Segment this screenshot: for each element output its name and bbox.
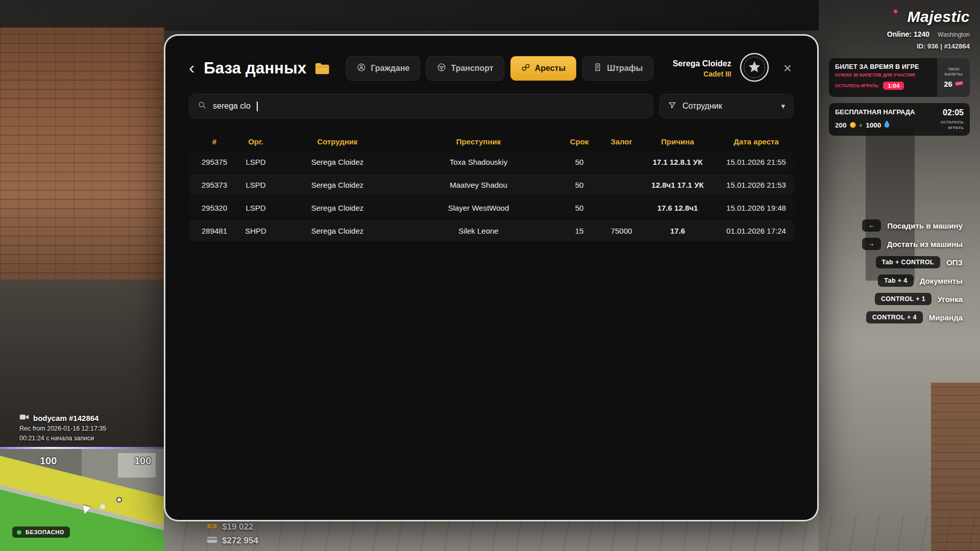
receipt-icon: [593, 63, 602, 74]
minimap-top-divider: [0, 447, 164, 449]
steering-wheel-icon: [437, 63, 446, 74]
ticket-card-subtitle: НУЖНО 30 БИЛЕТОВ ДЛЯ УЧАСТИЯ: [835, 72, 931, 78]
tab-label: Граждане: [371, 64, 409, 73]
back-button[interactable]: ‹: [189, 59, 200, 78]
keybind-row: Tab + 4 Документы: [878, 274, 963, 287]
ticket-timer-value: 1:04: [883, 82, 904, 90]
modal-header: ‹ База данных Граждане Транспорт Аресты: [189, 55, 794, 82]
keybind-row: → Достать из машины: [862, 238, 963, 250]
ticket-card-title: БИЛЕТ ЗА ВРЕМЯ В ИГРЕ: [835, 63, 931, 70]
tab-fines[interactable]: Штрафы: [582, 56, 653, 81]
tab-label: Транспорт: [451, 64, 493, 73]
ticket-icon: [955, 80, 963, 88]
officer-rank: Cadet III: [673, 70, 731, 78]
search-icon: [198, 101, 207, 112]
bodycam-rec-date: Rec from 2026-01-16 12:17:35: [19, 425, 106, 432]
ticket-card-info: БИЛЕТ ЗА ВРЕМЯ В ИГРЕ НУЖНО 30 БИЛЕТОВ Д…: [829, 58, 937, 97]
reward-timer: 02:05: [943, 108, 964, 117]
ticket-timer-label: ОСТАЛОСЬ ИГРАТЬ:: [835, 83, 879, 88]
key-control-4: CONTROL + 4: [866, 311, 923, 323]
key-arrow-right: →: [862, 238, 881, 250]
bodycam-overlay: bodycam #142864 Rec from 2026-01-16 12:1…: [19, 413, 106, 442]
filter-dropdown[interactable]: Сотрудник ▾: [659, 94, 794, 118]
keybind-hints: ← Посадить в машину → Достать из машины …: [862, 219, 963, 323]
tickets-label: ТВОИ БИЛЕТЫ: [941, 67, 966, 78]
tab-arrests[interactable]: Аресты: [510, 56, 576, 81]
minimap-postal-right: 100: [134, 455, 151, 467]
bank-card-icon: [207, 536, 217, 546]
brand-accent-dot: [893, 9, 898, 14]
keybind-row: CONTROL + 1 Угонка: [875, 293, 963, 305]
ticket-count-panel: ТВОИ БИЛЕТЫ 26: [937, 58, 970, 97]
minimap-blip: [116, 497, 122, 503]
keybind-row: ← Посадить в машину: [862, 219, 963, 232]
water-drop-icon: [884, 120, 890, 130]
officer-name: Serega Cloidez: [673, 59, 731, 68]
reward-drops: 1000: [866, 121, 881, 129]
right-hud: Majestic Online: 1240 Washington ID: 936…: [829, 8, 970, 136]
arrest-row[interactable]: 289481 SHPD Serega Cloidez Silek Leone 1…: [189, 220, 794, 241]
cash-row: $19 022: [207, 522, 258, 532]
key-arrow-left: ←: [862, 219, 881, 232]
background-brick-wall: [0, 28, 164, 283]
bodycam-title: bodycam #142864: [33, 414, 99, 422]
key-tab-control: Tab + CONTROL: [876, 256, 941, 268]
arrest-row[interactable]: 295375 LSPD Serega Cloidez Toxa Shadousk…: [189, 151, 794, 172]
funnel-icon: [668, 101, 676, 111]
money-hud: $19 022 $272 954: [207, 522, 258, 549]
arrest-row[interactable]: 295320 LSPD Serega Cloidez Slayer WestWo…: [189, 197, 794, 218]
reward-title: БЕСПЛАТНАЯ НАГРАДА: [835, 108, 915, 116]
safe-zone-badge: БЕЗОПАСНО: [12, 527, 70, 538]
close-button[interactable]: ×: [781, 61, 794, 76]
bank-row: $272 954: [207, 536, 258, 546]
key-tab-4: Tab + 4: [878, 274, 913, 287]
database-window: ‹ База данных Граждане Транспорт Аресты: [164, 34, 819, 521]
reward-info: БЕСПЛАТНАЯ НАГРАДА 200 + 1000: [835, 108, 915, 131]
safe-zone-label: БЕЗОПАСНО: [26, 529, 64, 535]
game-screen: $19 022 $272 954 bodycam #142864 Rec fro…: [0, 0, 980, 551]
arrests-table: # Орг. Сотрудник Преступник Срок Залог П…: [189, 132, 794, 241]
bank-value: $272 954: [222, 536, 258, 546]
ticket-event-card[interactable]: БИЛЕТ ЗА ВРЕМЯ В ИГРЕ НУЖНО 30 БИЛЕТОВ Д…: [829, 58, 970, 97]
minimap-blip: [100, 504, 105, 509]
tab-label: Штрафы: [607, 64, 643, 73]
database-tabs: Граждане Транспорт Аресты Штрафы: [346, 56, 653, 81]
table-header-row: # Орг. Сотрудник Преступник Срок Залог П…: [189, 132, 794, 151]
cash-icon: [207, 522, 217, 532]
plus-sign: +: [859, 121, 863, 129]
citizen-icon: [357, 63, 366, 74]
chevron-down-icon: ▾: [781, 102, 785, 111]
reward-coins: 200: [835, 121, 847, 129]
tickets-count: 26: [944, 80, 952, 88]
search-input[interactable]: serega clo: [189, 94, 653, 118]
coin-icon: [850, 122, 856, 128]
police-seal-badge: [740, 53, 769, 84]
tab-citizens[interactable]: Граждане: [346, 56, 420, 81]
page-title: База данных: [204, 59, 306, 78]
arrest-row[interactable]: 295373 LSPD Serega Cloidez Maatvey Shado…: [189, 174, 794, 195]
minimap-postal-left: 100: [40, 455, 57, 467]
online-count: Online: 1240: [887, 30, 929, 38]
handcuffs-icon: [521, 63, 530, 74]
tab-transport[interactable]: Транспорт: [426, 56, 504, 81]
search-value: serega clo: [213, 102, 251, 111]
key-control-1: CONTROL + 1: [875, 293, 932, 305]
free-reward-card[interactable]: БЕСПЛАТНАЯ НАГРАДА 200 + 1000 02:05 ОСТА…: [829, 103, 970, 136]
cash-value: $19 022: [222, 522, 253, 532]
keybind-row: CONTROL + 4 Миранда: [866, 311, 963, 323]
bodycam-elapsed: 00:21:24 с начала записи: [19, 435, 106, 442]
camera-icon: [19, 413, 29, 422]
player-id: ID: 936 | #142864: [829, 42, 970, 50]
majestic-logo: Majestic: [829, 8, 970, 26]
text-cursor: [257, 102, 258, 111]
reward-footer: ОСТАЛОСЬ ИГРАТЬ: [928, 120, 964, 131]
green-dot-icon: [17, 530, 21, 535]
tab-label: Аресты: [535, 64, 566, 73]
folder-icon: [314, 62, 331, 76]
officer-profile: Serega Cloidez Cadet III: [673, 59, 731, 78]
minimap: 100 100 БЕЗОПАСНО: [0, 449, 164, 551]
server-name: Washington: [938, 31, 970, 38]
server-status: Online: 1240 Washington: [829, 30, 970, 38]
filter-selected-value: Сотрудник: [682, 102, 722, 111]
keybind-row: Tab + CONTROL ОПЗ: [876, 256, 963, 268]
